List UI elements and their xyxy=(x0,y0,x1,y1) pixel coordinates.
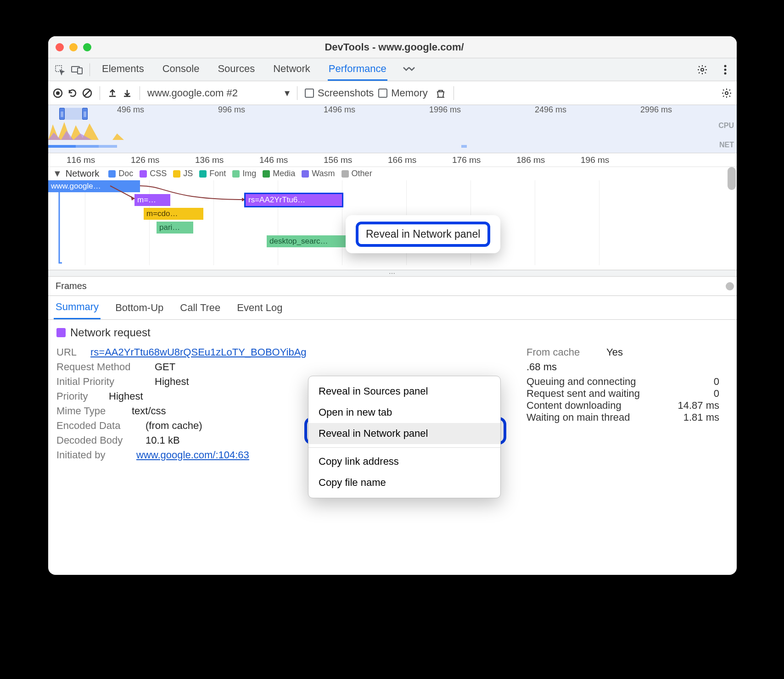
ruler-tick: 176 ms xyxy=(452,155,481,165)
ruler-tick: 146 ms xyxy=(259,155,288,165)
cpu-overview xyxy=(48,120,737,140)
initial-priority-value: Highest xyxy=(155,376,189,388)
detail-tabs: Summary Bottom-Up Call Tree Event Log xyxy=(48,296,737,320)
memory-label: Memory xyxy=(391,87,427,99)
screenshots-label: Screenshots xyxy=(318,87,374,99)
from-cache-label: From cache xyxy=(526,346,600,358)
titlebar: DevTools - www.google.com/ xyxy=(48,36,737,58)
tab-console[interactable]: Console xyxy=(162,58,201,81)
overview-handle-left[interactable] xyxy=(59,108,65,120)
context-menu-item[interactable]: Copy file name xyxy=(308,472,500,493)
overview-handle-right[interactable] xyxy=(82,108,88,120)
recording-label: www.google.com #2 xyxy=(147,87,238,99)
tab-performance[interactable]: Performance xyxy=(328,58,387,81)
screenshots-checkbox[interactable]: Screenshots xyxy=(305,87,374,99)
network-bar-selected[interactable]: rs=AA2YrTtu6… xyxy=(246,194,342,206)
context-menu-item[interactable]: Copy link address xyxy=(308,451,500,472)
settings-icon[interactable] xyxy=(694,61,711,78)
overview-selection[interactable] xyxy=(65,108,82,120)
memory-checkbox[interactable]: Memory xyxy=(378,87,427,99)
legend-item: Wasm xyxy=(302,169,335,178)
tab-elements[interactable]: Elements xyxy=(101,58,145,81)
minimize-window-button[interactable] xyxy=(69,43,78,51)
frames-track[interactable]: Frames xyxy=(48,277,737,296)
svg-rect-15 xyxy=(461,145,467,148)
url-label: URL xyxy=(56,346,84,358)
performance-toolbar: www.google.com #2 ▾ Screenshots Memory xyxy=(48,81,737,105)
network-track-header[interactable]: ▼ Network Doc CSS JS Font Img Media Wasm… xyxy=(48,167,737,180)
svg-line-10 xyxy=(84,90,90,96)
collapse-icon: ▼ xyxy=(53,168,62,179)
divider xyxy=(297,86,297,100)
decoded-body-label: Decoded Body xyxy=(56,434,139,446)
window-controls xyxy=(56,43,91,51)
legend-item: Font xyxy=(199,169,226,178)
device-toolbar-icon[interactable] xyxy=(68,61,86,78)
ruler-tick: 136 ms xyxy=(195,155,224,165)
close-window-button[interactable] xyxy=(56,43,64,51)
timing-label: Request sent and waiting xyxy=(526,388,640,400)
recording-selector[interactable]: www.google.com #2 ▾ xyxy=(147,87,290,99)
decoded-body-value: 10.1 kB xyxy=(146,434,180,446)
capture-settings-icon[interactable] xyxy=(721,88,732,99)
ruler-tick: 196 ms xyxy=(581,155,609,165)
more-tabs-icon[interactable] xyxy=(400,61,418,78)
timing-value: 14.87 ms xyxy=(678,400,720,412)
context-menu-item[interactable]: Open in new tab xyxy=(308,402,500,423)
resource-type-swatch xyxy=(56,328,66,337)
duration-value: .68 ms xyxy=(526,361,557,373)
ruler-tick: 116 ms xyxy=(67,155,95,165)
divider xyxy=(90,63,90,76)
cpu-label: CPU xyxy=(718,122,734,130)
clear-button[interactable] xyxy=(82,88,92,98)
details-header: Network request xyxy=(56,326,728,339)
zoom-window-button[interactable] xyxy=(83,43,91,51)
svg-marker-16 xyxy=(242,198,246,201)
inspect-element-icon[interactable] xyxy=(51,61,68,78)
timing-value: 0 xyxy=(714,388,719,400)
drag-handle[interactable]: ⋯ xyxy=(48,270,737,277)
encoded-data-label: Encoded Data xyxy=(56,420,139,432)
frames-label: Frames xyxy=(56,281,87,291)
devtools-window: DevTools - www.google.com/ Elements Cons… xyxy=(48,36,737,575)
tab-sources[interactable]: Sources xyxy=(217,58,256,81)
tab-network[interactable]: Network xyxy=(272,58,311,81)
svg-point-8 xyxy=(56,91,60,95)
record-button[interactable] xyxy=(53,88,63,98)
ruler-tick: 156 ms xyxy=(324,155,352,165)
scrollbar-thumb[interactable] xyxy=(728,167,736,190)
timing-label: Waiting on main thread xyxy=(526,412,630,423)
url-link[interactable]: rs=AA2YrTtu68wU8rQSEu1zLoTY_BOBOYibAg xyxy=(90,346,307,358)
initiated-by-label: Initiated by xyxy=(56,449,130,461)
download-icon[interactable] xyxy=(122,88,132,98)
svg-rect-13 xyxy=(76,145,99,148)
section-title: Network request xyxy=(70,326,151,339)
reload-button[interactable] xyxy=(67,88,78,98)
overview-tick: 2496 ms xyxy=(535,105,566,115)
context-menu-item-highlighted[interactable]: Reveal in Network panel xyxy=(308,423,500,444)
panel-tabs: Elements Console Sources Network Perform… xyxy=(101,58,387,81)
garbage-collect-icon[interactable] xyxy=(435,88,446,99)
detail-tab-summary[interactable]: Summary xyxy=(54,296,101,319)
reveal-popover-text[interactable]: Reveal in Network panel xyxy=(356,222,490,247)
svg-point-11 xyxy=(725,92,728,95)
upload-icon[interactable] xyxy=(107,88,118,98)
detail-tab-calltree[interactable]: Call Tree xyxy=(178,297,222,319)
scrollbar-thumb[interactable] xyxy=(726,282,734,290)
detail-tab-eventlog[interactable]: Event Log xyxy=(235,297,284,319)
context-menu-separator xyxy=(308,447,500,448)
network-label: Network xyxy=(66,168,99,179)
overview-ruler: 496 ms 996 ms 1496 ms 1996 ms 2496 ms 29… xyxy=(48,105,737,113)
svg-point-5 xyxy=(724,68,727,71)
priority-value: Highest xyxy=(109,390,143,402)
legend-item: JS xyxy=(173,169,193,178)
ruler-tick: 166 ms xyxy=(388,155,416,165)
svg-point-4 xyxy=(724,65,727,67)
net-overview xyxy=(48,144,737,149)
kebab-menu-icon[interactable] xyxy=(717,61,734,78)
context-menu-item[interactable]: Reveal in Sources panel xyxy=(308,381,500,402)
detail-tab-bottomup[interactable]: Bottom-Up xyxy=(113,297,165,319)
timeline-overview[interactable]: 496 ms 996 ms 1496 ms 1996 ms 2496 ms 29… xyxy=(48,105,737,153)
initiated-by-link[interactable]: www.google.com/:104:63 xyxy=(136,449,249,461)
from-cache-value: Yes xyxy=(606,346,623,358)
